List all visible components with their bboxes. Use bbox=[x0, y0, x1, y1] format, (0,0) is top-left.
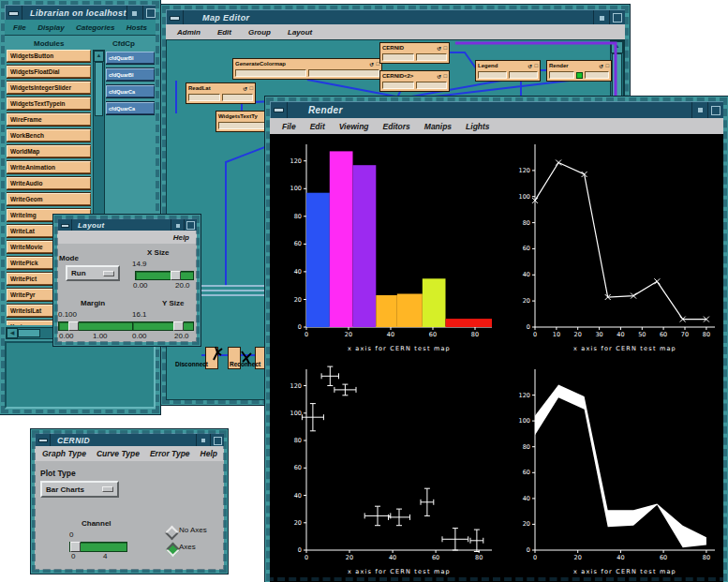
menu-item[interactable]: Help bbox=[201, 449, 217, 458]
cernid-control-panel: CERNID Graph TypeCurve TypeError TypeHel… bbox=[31, 429, 228, 574]
fire-module-icon[interactable]: ↺ bbox=[437, 45, 441, 52]
window-menu-icon[interactable] bbox=[167, 10, 184, 25]
open-panel-icon[interactable]: □ bbox=[605, 63, 609, 68]
axes-radio[interactable] bbox=[166, 543, 181, 558]
svg-text:20: 20 bbox=[523, 520, 530, 528]
module-button[interactable]: WidgetsFloatDial bbox=[7, 66, 91, 78]
minimize-button[interactable] bbox=[691, 102, 707, 118]
svg-text:60: 60 bbox=[660, 331, 667, 338]
open-panel-icon[interactable]: □ bbox=[376, 61, 379, 67]
module-progress-bar bbox=[549, 71, 574, 79]
category-module-button[interactable]: cfdQuarBl bbox=[106, 68, 155, 81]
maximize-button[interactable] bbox=[707, 102, 723, 118]
svg-text:10: 10 bbox=[553, 331, 560, 338]
menu-item[interactable]: Error Type bbox=[150, 449, 190, 458]
svg-text:40: 40 bbox=[387, 331, 394, 338]
layout-body: Mode Run X Size 14.9 0.00 20.0 Margin 0.… bbox=[57, 244, 197, 342]
module-block-readlat[interactable]: ReadLat ↺□ bbox=[186, 83, 255, 103]
menu-item[interactable]: Hosts bbox=[126, 23, 147, 32]
menu-item[interactable]: Display bbox=[37, 23, 64, 32]
channel-slider[interactable] bbox=[69, 542, 127, 552]
minimize-button[interactable] bbox=[126, 6, 142, 21]
menu-item[interactable]: Curve Type bbox=[97, 449, 140, 458]
open-panel-icon[interactable]: □ bbox=[443, 73, 447, 79]
menu-item[interactable]: File bbox=[282, 122, 296, 131]
window-menu-icon[interactable] bbox=[6, 6, 22, 21]
wire-cutter-icon[interactable] bbox=[211, 346, 224, 361]
svg-text:0: 0 bbox=[527, 546, 530, 554]
module-button[interactable]: WidgetsTextTypein bbox=[7, 97, 91, 110]
y-size-slider[interactable] bbox=[132, 321, 194, 331]
maximize-button[interactable] bbox=[210, 434, 224, 447]
menu-item[interactable]: Viewing bbox=[339, 122, 369, 131]
svg-text:120: 120 bbox=[519, 392, 530, 399]
open-panel-icon[interactable]: □ bbox=[443, 45, 447, 51]
map-editor-menubar: AdminEditGroupLayout bbox=[166, 24, 625, 40]
category-module-button[interactable]: cfdQuarCa bbox=[106, 85, 155, 97]
menu-item[interactable]: Lights bbox=[466, 122, 490, 131]
module-block-generatecolormap[interactable]: GenerateColormap ↺□ bbox=[233, 59, 381, 79]
module-button[interactable]: WriteAudio bbox=[7, 177, 91, 189]
module-button[interactable]: WorkBench bbox=[7, 129, 91, 142]
panel-menubar: Graph TypeCurve TypeError TypeHelp bbox=[35, 446, 224, 462]
module-button[interactable]: WidgetsIntegerSlider bbox=[7, 82, 91, 94]
scroll-left-icon[interactable]: ◀ bbox=[7, 328, 18, 338]
plot-type-option-menu[interactable]: Bar Charts bbox=[40, 481, 119, 498]
module-progress-bar bbox=[509, 71, 538, 79]
open-panel-icon[interactable]: □ bbox=[534, 63, 538, 68]
svg-text:100: 100 bbox=[519, 417, 530, 425]
open-panel-icon[interactable]: □ bbox=[249, 85, 253, 91]
maximize-button[interactable] bbox=[142, 6, 158, 21]
menu-item[interactable]: Categories bbox=[76, 23, 114, 32]
scrollbar-thumb[interactable] bbox=[18, 329, 40, 337]
module-button[interactable]: WriteAnimation bbox=[7, 161, 91, 173]
fire-module-icon[interactable]: ↺ bbox=[527, 63, 532, 69]
maximize-button[interactable] bbox=[609, 10, 625, 25]
fire-module-icon[interactable]: ↺ bbox=[437, 73, 441, 80]
module-progress-bar bbox=[416, 53, 448, 61]
panel-body: Plot Type Bar Charts Channel 0 0 4 No Ax… bbox=[35, 461, 224, 570]
fire-module-icon[interactable]: ↺ bbox=[243, 85, 247, 92]
module-block-cernid2[interactable]: CERNID<2> ↺□ bbox=[380, 71, 449, 91]
menu-item[interactable]: Graph Type bbox=[42, 449, 86, 458]
module-button[interactable]: WidgetsButton bbox=[7, 50, 91, 62]
module-block-cernid[interactable]: CERNID ↺□ bbox=[380, 43, 449, 63]
render-viewport[interactable]: 020406080020406080100120x axis for CERN … bbox=[270, 134, 723, 582]
category-module-button[interactable]: cfdQuarCa bbox=[106, 102, 155, 114]
fire-module-icon[interactable]: ↺ bbox=[369, 61, 374, 67]
window-menu-icon[interactable] bbox=[36, 434, 51, 447]
category-module-button[interactable]: cfdQuarBl bbox=[106, 52, 155, 64]
x-size-slider[interactable] bbox=[135, 271, 194, 280]
scroll-up-icon[interactable]: ▲ bbox=[94, 51, 104, 62]
fire-module-icon[interactable]: ↺ bbox=[599, 63, 603, 69]
menu-item[interactable]: File bbox=[13, 23, 26, 32]
channel-max: 4 bbox=[103, 552, 107, 560]
svg-text:70: 70 bbox=[681, 331, 689, 338]
render-titlebar[interactable]: Render bbox=[270, 101, 723, 119]
menu-item[interactable]: Edit bbox=[217, 28, 231, 37]
disconnect-tool-label[interactable]: Disconnect bbox=[175, 361, 208, 367]
svg-text:60: 60 bbox=[523, 245, 530, 252]
module-progress-bar bbox=[585, 71, 610, 79]
menu-item[interactable]: Admin bbox=[177, 28, 201, 37]
module-progress-bar bbox=[235, 69, 306, 77]
minimize-button[interactable] bbox=[196, 434, 210, 447]
menu-item[interactable]: Edit bbox=[310, 122, 325, 131]
menu-item[interactable]: Manips bbox=[424, 122, 452, 131]
scrollbar-thumb[interactable] bbox=[95, 62, 103, 116]
module-block-legend[interactable]: Legend ↺□ bbox=[476, 61, 540, 81]
menu-item[interactable]: Editors bbox=[383, 122, 410, 131]
module-button[interactable]: WireFrame bbox=[7, 113, 91, 126]
module-button[interactable]: WriteGeom bbox=[7, 193, 91, 205]
svg-text:20: 20 bbox=[574, 331, 582, 338]
window-menu-icon[interactable] bbox=[271, 102, 288, 118]
menu-item-help[interactable]: Help bbox=[173, 233, 189, 242]
no-axes-radio[interactable] bbox=[165, 526, 180, 541]
module-button[interactable]: WorldMap bbox=[7, 145, 91, 157]
minimize-button[interactable] bbox=[593, 10, 609, 25]
menu-item[interactable]: Group bbox=[248, 28, 271, 37]
menu-item[interactable]: Layout bbox=[288, 28, 312, 37]
reconnect-tool-label[interactable]: Reconnect bbox=[230, 361, 260, 367]
module-block-render[interactable]: Render ↺□ bbox=[547, 61, 611, 81]
mode-option-menu[interactable]: Run bbox=[66, 265, 120, 281]
